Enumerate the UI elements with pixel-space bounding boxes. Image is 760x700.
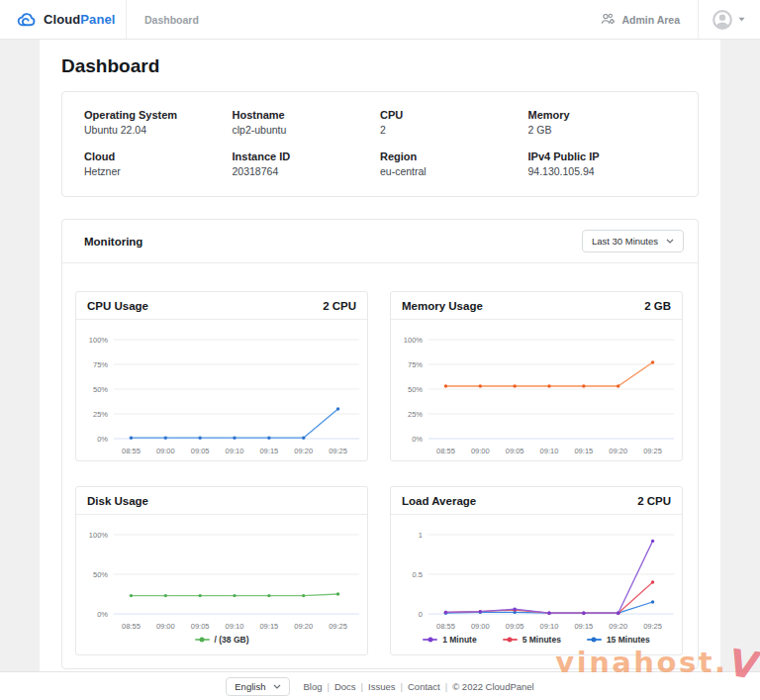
user-menu[interactable]: [699, 0, 760, 39]
footer-links: Blog|Docs|Issues|Contact|© 2022 CloudPan…: [303, 681, 533, 692]
svg-text:25%: 25%: [92, 410, 107, 419]
chart-card-header: Load Average2 CPU: [391, 487, 682, 515]
chart-load-average-svg: 00.5108:5509:0009:0509:1009:1509:2009:25: [395, 523, 679, 634]
legend-item-38-gb: / (38 GB): [195, 635, 249, 645]
svg-text:50%: 50%: [407, 385, 422, 394]
info-field-value: Ubuntu 22.04: [84, 124, 233, 136]
page-footer: English Blog|Docs|Issues|Contact|© 2022 …: [0, 671, 760, 700]
users-gear-icon: [601, 13, 616, 26]
svg-text:1: 1: [418, 531, 422, 540]
info-field-region: Regioneu-central: [380, 150, 528, 177]
chart-card-load-average: Load Average2 CPU00.5108:5509:0009:0509:…: [390, 486, 683, 655]
charts-grid: CPU Usage2 CPU0%25%50%75%100%08:5509:000…: [62, 263, 698, 668]
footer-link-contact[interactable]: Contact: [408, 681, 440, 692]
info-field-value: 94.130.105.94: [528, 165, 677, 177]
svg-text:09:05: 09:05: [505, 622, 523, 631]
svg-text:09:00: 09:00: [470, 447, 489, 455]
info-field-value: 2 GB: [528, 124, 677, 136]
brand-name: CloudPanel: [44, 12, 116, 27]
server-info-grid: Operating SystemUbuntu 22.04Hostnameclp2…: [84, 109, 676, 177]
chart-plot-area: 00.5108:5509:0009:0509:1009:1509:2009:25…: [391, 515, 682, 654]
chart-card-header: Memory Usage2 GB: [391, 292, 682, 320]
footer-separator: |: [361, 681, 363, 692]
svg-text:09:25: 09:25: [329, 622, 347, 631]
legend-item-5-minutes: 5 Minutes: [503, 635, 561, 645]
info-field-value: 2: [380, 124, 528, 136]
info-field-ipv4-public-ip: IPv4 Public IP94.130.105.94: [528, 150, 677, 177]
chart-title: Memory Usage: [402, 300, 483, 312]
user-avatar-icon: [712, 9, 733, 31]
cloud-icon: [17, 12, 37, 27]
chart-legend: 1 Minute5 Minutes15 Minutes: [393, 634, 680, 652]
footer-link-issues[interactable]: Issues: [368, 681, 395, 692]
svg-text:0%: 0%: [97, 435, 108, 444]
svg-text:0%: 0%: [412, 435, 423, 444]
svg-text:50%: 50%: [92, 385, 107, 394]
page-title: Dashboard: [40, 40, 720, 91]
svg-text:75%: 75%: [92, 360, 107, 369]
info-field-value: eu-central: [380, 165, 528, 177]
svg-text:09:10: 09:10: [225, 622, 243, 631]
svg-text:25%: 25%: [407, 410, 422, 419]
svg-text:09:00: 09:00: [155, 622, 174, 631]
svg-text:09:25: 09:25: [643, 447, 662, 455]
svg-text:09:20: 09:20: [294, 622, 313, 631]
brand-logo[interactable]: CloudPanel: [0, 0, 127, 39]
info-field-hostname: Hostnameclp2-ubuntu: [233, 109, 381, 136]
chart-unit-label: 2 CPU: [637, 495, 671, 507]
chart-card-header: CPU Usage2 CPU: [76, 292, 367, 320]
language-select[interactable]: English: [226, 677, 290, 696]
language-value: English: [235, 681, 265, 692]
monitoring-header: Monitoring Last 30 Minutes: [62, 220, 698, 263]
svg-text:100%: 100%: [88, 336, 108, 345]
svg-text:09:15: 09:15: [259, 622, 278, 631]
footer-link-blog[interactable]: Blog: [303, 681, 322, 692]
chart-disk-usage-svg: 0%50%100%08:5509:0009:0509:1009:1509:200…: [80, 523, 364, 634]
admin-area-label: Admin Area: [621, 14, 680, 26]
chart-cpu-usage-svg: 0%25%50%75%100%08:5509:0009:0509:1009:15…: [80, 328, 364, 458]
chart-legend: / (38 GB): [78, 634, 365, 652]
footer-separator: |: [445, 681, 447, 692]
info-field-value: 20318764: [233, 165, 381, 177]
svg-text:09:05: 09:05: [505, 447, 523, 455]
svg-text:09:00: 09:00: [470, 622, 489, 631]
svg-text:100%: 100%: [403, 336, 423, 345]
footer-link-docs[interactable]: Docs: [334, 681, 356, 692]
svg-text:08:55: 08:55: [122, 447, 141, 455]
legend-line-marker-icon: [195, 639, 210, 641]
info-field-label: Memory: [528, 109, 677, 121]
time-range-select[interactable]: Last 30 Minutes: [582, 230, 684, 252]
svg-text:09:20: 09:20: [609, 622, 627, 631]
svg-text:0%: 0%: [97, 610, 108, 619]
chart-plot-area: 0%25%50%75%100%08:5509:0009:0509:1009:15…: [76, 320, 367, 460]
info-field-label: Operating System: [84, 109, 233, 121]
svg-text:09:15: 09:15: [574, 622, 593, 631]
chevron-down-icon: [273, 684, 281, 689]
svg-text:09:20: 09:20: [294, 447, 313, 455]
svg-text:0.5: 0.5: [412, 570, 422, 579]
svg-text:08:55: 08:55: [122, 622, 141, 631]
svg-text:09:00: 09:00: [155, 447, 174, 455]
info-field-cloud: CloudHetzner: [84, 150, 233, 177]
info-field-label: Instance ID: [233, 150, 381, 162]
svg-text:09:10: 09:10: [539, 447, 558, 455]
chart-card-header: Disk Usage: [76, 487, 367, 515]
monitoring-card: Monitoring Last 30 Minutes CPU Usage2 CP…: [61, 219, 699, 669]
info-field-label: Region: [380, 150, 528, 162]
chart-unit-label: 2 GB: [644, 300, 671, 312]
info-field-memory: Memory2 GB: [528, 109, 677, 136]
chart-plot-area: 0%25%50%75%100%08:5509:0009:0509:1009:15…: [391, 320, 682, 460]
info-field-label: Cloud: [84, 150, 233, 162]
info-field-value: clp2-ubuntu: [233, 124, 381, 136]
admin-area-button[interactable]: Admin Area: [601, 0, 698, 39]
nav-item-dashboard[interactable]: Dashboard: [144, 14, 199, 26]
info-field-instance-id: Instance ID20318764: [233, 150, 381, 177]
chart-title: Load Average: [402, 495, 476, 507]
svg-text:09:25: 09:25: [329, 447, 347, 455]
svg-text:08:55: 08:55: [436, 622, 455, 631]
legend-item-1-minute: 1 Minute: [423, 635, 476, 645]
chevron-down-icon: [738, 17, 745, 22]
svg-text:09:20: 09:20: [609, 447, 627, 455]
svg-text:09:25: 09:25: [643, 622, 662, 631]
svg-text:75%: 75%: [407, 360, 422, 369]
